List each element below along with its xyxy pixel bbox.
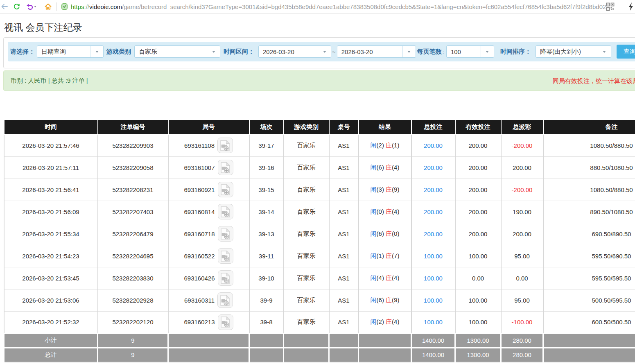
cell-round: 693160921 <box>168 179 249 201</box>
cell-time: 2026-03-20 21:53:45 <box>4 267 98 289</box>
cell-table-no: AS1 <box>329 201 359 223</box>
subtotal-empty-cell <box>168 333 249 348</box>
video-replay-button[interactable] <box>218 160 233 175</box>
cell-payout: 95.00 <box>501 289 543 311</box>
cell-session: 39-13 <box>249 223 284 245</box>
filter-panel: 请选择： 日期查询 游戏类别 百家乐 时间区间： 2026-03-20 ~ 20… <box>3 37 635 68</box>
result-banker: 庄 <box>386 142 392 149</box>
chevron-down-icon <box>481 46 494 57</box>
col-header-time: 时间 <box>4 120 98 134</box>
cell-total-bet: 100.00 <box>411 267 455 289</box>
sort-select[interactable]: 降幂(由大到小) <box>536 45 611 58</box>
video-replay-button[interactable] <box>218 248 233 264</box>
table-row: 2026-03-20 21:53:06 523282202928 6931603… <box>4 289 635 311</box>
video-replay-button[interactable] <box>218 204 233 219</box>
date-to-select[interactable]: 2026-03-20 <box>337 45 416 58</box>
chevron-down-icon <box>318 46 331 57</box>
subtotal-label: 小计 <box>4 333 98 348</box>
total-bet-link[interactable]: 200.00 <box>424 231 443 237</box>
result-player: 闲 <box>371 208 377 215</box>
game-type-select[interactable]: 百家乐 <box>134 45 220 58</box>
video-replay-button[interactable] <box>218 226 233 242</box>
table-row: 2026-03-20 21:57:46 523282209903 6931611… <box>4 134 635 156</box>
cell-remark: 1080.50/880.50 <box>543 134 635 156</box>
chevron-down-icon <box>402 46 416 57</box>
total-empty-cell <box>168 348 249 362</box>
cell-bet-id: 523282208231 <box>98 179 168 201</box>
cell-table-no: AS1 <box>329 179 359 201</box>
home-button[interactable] <box>45 0 52 13</box>
total-bet-link[interactable]: 100.00 <box>424 253 443 260</box>
total-empty-cell <box>359 348 411 362</box>
cell-valid-bet: 200.00 <box>455 179 501 201</box>
sort-label: 时间排序： <box>500 48 531 56</box>
cell-payout: 200.00 <box>501 156 543 179</box>
result-player: 闲 <box>371 318 377 325</box>
search-button[interactable]: 查询 <box>617 45 635 59</box>
total-bet-link[interactable]: 200.00 <box>424 186 443 193</box>
cell-time: 2026-03-20 21:57:11 <box>4 156 98 179</box>
cell-bet-id: 523282202120 <box>98 311 168 333</box>
total-empty-cell <box>329 348 359 362</box>
result-player: 闲 <box>371 164 377 171</box>
total-bet-link[interactable]: 100.00 <box>424 319 443 326</box>
table-row: 2026-03-20 21:54:23 523282204695 6931605… <box>4 245 635 267</box>
cell-time: 2026-03-20 21:52:32 <box>4 311 98 333</box>
url-bar[interactable]: https://videoie.com/game/betrecord_searc… <box>71 0 606 13</box>
total-bet-link[interactable]: 100.00 <box>424 297 443 304</box>
refresh-button[interactable] <box>14 0 20 13</box>
cell-valid-bet: 100.00 <box>455 289 501 311</box>
date-from-select[interactable]: 2026-03-20 <box>258 45 331 58</box>
table-row: 2026-03-20 21:55:34 523282206479 6931607… <box>4 223 635 245</box>
back-button[interactable] <box>1 0 8 13</box>
cell-session: 39-8 <box>249 311 284 333</box>
cell-table-no: AS1 <box>329 134 359 156</box>
video-replay-button[interactable] <box>217 292 233 308</box>
result-player: 闲 <box>371 142 377 149</box>
date-range-label: 时间区间： <box>224 48 254 56</box>
result-score: (4) <box>377 274 384 281</box>
filter-bar: 请选择： 日期查询 游戏类别 百家乐 时间区间： 2026-03-20 ~ 20… <box>8 42 635 61</box>
cell-bet-id: 523282204695 <box>98 245 168 267</box>
cell-round: 693161108 <box>168 134 249 156</box>
cell-table-no: AS1 <box>329 156 359 179</box>
cell-total-bet: 200.00 <box>411 201 455 223</box>
cell-result: 闲(6) 庄(4) <box>359 156 411 179</box>
round-number: 693160213 <box>184 319 215 326</box>
result-score: (2) <box>377 142 384 149</box>
subtotal-total-bet: 1400.00 <box>411 333 455 348</box>
total-bet-link[interactable]: 200.00 <box>424 164 443 171</box>
query-type-select[interactable]: 日期查询 <box>37 45 104 58</box>
page-size-select[interactable]: 100 <box>446 45 494 58</box>
cell-valid-bet: 200.00 <box>455 201 501 223</box>
video-replay-button[interactable] <box>217 138 233 153</box>
total-total-bet: 1400.00 <box>411 348 455 362</box>
cell-payout: 190.00 <box>501 201 543 223</box>
result-banker: 庄 <box>386 164 392 171</box>
qr-code-icon[interactable] <box>606 0 615 13</box>
undo-dropdown-caret[interactable] <box>34 0 36 13</box>
total-empty-cell <box>249 348 284 362</box>
cell-remark: 600.50/500.50 <box>543 311 635 333</box>
video-replay-button[interactable] <box>218 270 233 286</box>
browser-toolbar: https://videoie.com/game/betrecord_searc… <box>0 0 635 14</box>
cell-result: 闲(2) 庄(1) <box>359 134 411 156</box>
video-replay-button[interactable] <box>218 182 233 197</box>
cell-session: 39-14 <box>249 201 284 223</box>
cell-result: 闲(2) 庄(4) <box>359 311 411 333</box>
result-score: (6) <box>377 164 384 171</box>
total-bet-link[interactable]: 200.00 <box>424 208 443 215</box>
cell-payout: 95.00 <box>501 245 543 267</box>
undo-button[interactable] <box>26 0 33 13</box>
cell-session: 39-10 <box>249 267 284 289</box>
cell-game-type: 百家乐 <box>284 156 329 179</box>
cell-total-bet: 100.00 <box>411 289 455 311</box>
total-bet-link[interactable]: 200.00 <box>424 142 443 149</box>
video-replay-button[interactable] <box>218 314 233 330</box>
security-shield-icon[interactable] <box>61 0 68 13</box>
total-bet-link[interactable]: 100.00 <box>424 275 443 282</box>
cell-session: 39-15 <box>249 179 284 201</box>
lightning-icon[interactable] <box>628 0 634 13</box>
cell-total-bet: 100.00 <box>411 245 455 267</box>
cell-game-type: 百家乐 <box>284 267 329 289</box>
